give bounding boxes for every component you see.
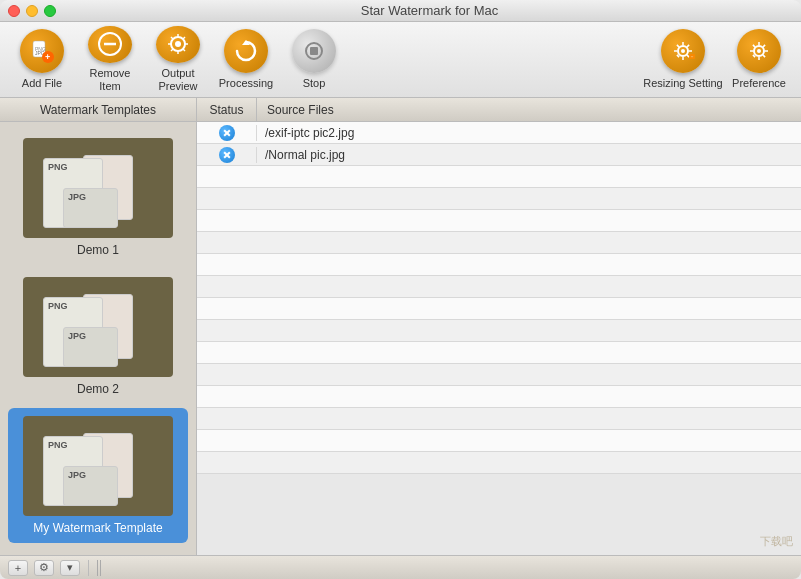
template-item-demo2[interactable]: PNG TIFF JPG Demo 2 [8,269,188,404]
table-row-empty [197,276,801,298]
status-icon-1 [219,125,235,141]
table-row-empty [197,342,801,364]
title-bar: Star Watermark for Mac [0,0,801,22]
template-item-my-watermark[interactable]: PNG TIFF JPG My Watermark Template [8,408,188,543]
table-row-empty [197,210,801,232]
remove-item-label: Remove Item [78,67,142,93]
file-stack-demo1: PNG TIFF JPG [43,148,153,228]
file-path-2: /Normal pic.jpg [257,148,801,162]
stop-label: Stop [303,77,326,90]
right-panel: Status Source Files /exif-iptc pic2.jpg [197,98,801,555]
svg-rect-16 [310,47,318,55]
remove-item-svg [97,31,123,57]
col-status-header: Status [197,98,257,121]
bottom-divider [88,560,89,576]
bottom-bar: + ⚙ ▾ [0,555,801,579]
table-row-empty [197,386,801,408]
stop-button[interactable]: Stop [282,26,346,94]
table-row-empty [197,166,801,188]
output-preview-icon [156,26,200,64]
jpg-card-3: JPG [63,466,118,506]
jpg-card-2: JPG [63,327,118,367]
status-cell-2 [197,147,257,163]
preference-label: Preference [732,77,786,90]
x-icon-2 [222,150,232,160]
add-template-button[interactable]: + [8,560,28,576]
remove-item-icon [88,26,132,64]
output-preview-svg [165,31,191,57]
table-row-empty [197,298,801,320]
maximize-button[interactable] [44,5,56,17]
template-thumb-demo1: PNG TIFF JPG [23,138,173,238]
preference-svg [746,38,772,64]
template-thumb-demo2: PNG TIFF JPG [23,277,173,377]
template-label-demo1: Demo 1 [77,243,119,257]
svg-point-18 [681,49,685,53]
add-file-icon: PNG JPG + [20,29,64,73]
table-row[interactable]: /Normal pic.jpg [197,144,801,166]
plus-icon: + [15,562,21,574]
table-row-empty [197,254,801,276]
files-header: Status Source Files [197,98,801,122]
processing-button[interactable]: Processing [214,26,278,94]
template-label-demo2: Demo 2 [77,382,119,396]
table-row-empty [197,430,801,452]
add-file-svg: PNG JPG + [29,38,55,64]
resizing-setting-button[interactable]: ↔ Resizing Setting [643,26,723,94]
sidebar-header: Watermark Templates [0,98,196,122]
add-file-button[interactable]: PNG JPG + Add File [10,26,74,94]
processing-label: Processing [219,77,273,90]
resize-handle[interactable] [97,560,103,576]
stop-svg [301,38,327,64]
resizing-setting-svg: ↔ [670,38,696,64]
add-file-label: Add File [22,77,62,90]
col-source-header: Source Files [257,98,801,121]
main-content: Watermark Templates PNG TIFF JPG Demo 1 … [0,98,801,555]
gear-icon: ⚙ [39,561,49,574]
template-item-demo1[interactable]: PNG TIFF JPG Demo 1 [8,130,188,265]
table-row-empty [197,408,801,430]
remove-item-button[interactable]: Remove Item [78,26,142,94]
app-title: Star Watermark for Mac [66,3,793,18]
table-row[interactable]: /exif-iptc pic2.jpg [197,122,801,144]
svg-point-9 [175,41,181,47]
output-preview-button[interactable]: Output Preview [146,26,210,94]
table-row-empty [197,364,801,386]
stop-icon [292,29,336,73]
table-row-empty [197,320,801,342]
preference-icon [737,29,781,73]
toolbar: PNG JPG + Add File Remove Item [0,22,801,98]
minimize-button[interactable] [26,5,38,17]
file-stack-demo2: PNG TIFF JPG [43,287,153,367]
sidebar: Watermark Templates PNG TIFF JPG Demo 1 … [0,98,197,555]
status-cell-1 [197,125,257,141]
processing-svg [233,38,259,64]
table-row-empty [197,188,801,210]
watermark-logo: 下载吧 [760,534,793,549]
template-thumb-my-watermark: PNG TIFF JPG [23,416,173,516]
close-button[interactable] [8,5,20,17]
svg-point-22 [757,49,761,53]
chevron-down-icon: ▾ [67,561,73,574]
x-icon-1 [222,128,232,138]
svg-text:↔: ↔ [690,54,694,59]
preference-button[interactable]: Preference [727,26,791,94]
resizing-setting-icon: ↔ [661,29,705,73]
file-path-1: /exif-iptc pic2.jpg [257,126,801,140]
processing-icon [224,29,268,73]
table-row-empty [197,232,801,254]
arrow-button[interactable]: ▾ [60,560,80,576]
jpg-card: JPG [63,188,118,228]
file-stack-my-watermark: PNG TIFF JPG [43,426,153,506]
sidebar-items: PNG TIFF JPG Demo 1 PNG TIFF JPG Demo 2 [0,122,196,555]
svg-text:+: + [45,52,50,62]
settings-button[interactable]: ⚙ [34,560,54,576]
status-icon-2 [219,147,235,163]
files-list: /exif-iptc pic2.jpg /Normal pic.jpg [197,122,801,555]
traffic-lights [8,5,56,17]
table-row-empty [197,452,801,474]
template-label-my-watermark: My Watermark Template [33,521,162,535]
output-preview-label: Output Preview [146,67,210,93]
resizing-setting-label: Resizing Setting [643,77,723,90]
